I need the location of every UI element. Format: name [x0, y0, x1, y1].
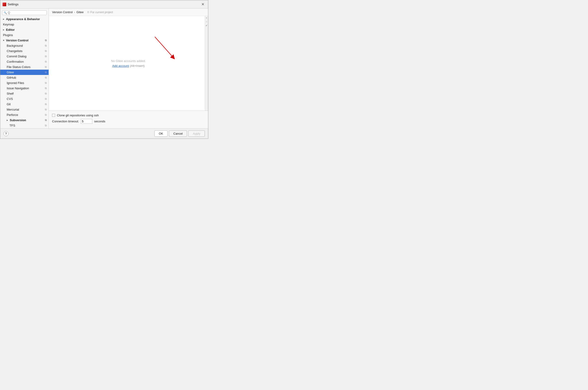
sidebar-item-keymap[interactable]: Keymap: [0, 22, 49, 27]
add-account-link[interactable]: Add account: [112, 64, 129, 68]
copy-icon: ⧉: [45, 55, 47, 58]
copy-icon: ⧉: [45, 98, 47, 100]
bottom-bar-left: ?: [3, 131, 8, 136]
sidebar-item-label: Commit Dialog: [7, 54, 26, 58]
sidebar-item-label: TFS: [9, 124, 15, 127]
empty-message: No Gitee accounts added.: [111, 59, 146, 63]
clone-label: Clone git repositories using ssh: [57, 114, 99, 117]
sidebar-item-label: Keymap: [3, 23, 14, 26]
sidebar-item-commitdialog[interactable]: Commit Dialog ⧉: [0, 54, 49, 59]
copy-icon: ⧉: [45, 71, 47, 74]
sidebar-item-git[interactable]: Git ⧉: [0, 101, 49, 107]
sidebar-item-shelf[interactable]: Shelf ⧉: [0, 91, 49, 96]
scrollbar-check-button[interactable]: ✓: [205, 24, 208, 27]
title-bar-left: Settings: [2, 2, 18, 6]
sidebar-item-versioncontrol[interactable]: ▾ Version Control ⧉: [0, 38, 49, 43]
accounts-empty-state: No Gitee accounts added. Add account (Al…: [49, 16, 208, 111]
sidebar-item-ignoredfiles[interactable]: Ignored Files ⧉: [0, 80, 49, 86]
timeout-input[interactable]: [81, 119, 92, 124]
sidebar-item-label: Ignored Files: [7, 81, 24, 85]
sidebar-item-mercurial[interactable]: Mercurial ⧉: [0, 107, 49, 112]
bottom-bar: ? OK Cancel Apply: [0, 128, 208, 139]
copy-icon: ⧉: [45, 87, 47, 90]
sidebar-item-label: Issue Navigation: [7, 87, 29, 90]
scrollbar-remove-button[interactable]: −: [205, 20, 208, 23]
sidebar-item-label: Version Control: [6, 39, 28, 42]
dialog-title: Settings: [8, 2, 18, 6]
breadcrumb-current: Gitee: [76, 10, 84, 14]
app-icon: [2, 2, 6, 6]
sidebar-item-label: Appearance & Behavior: [6, 17, 40, 21]
search-input[interactable]: [8, 11, 45, 14]
project-icon: ⊡: [87, 11, 89, 14]
sidebar-item-filestatuscolors[interactable]: File Status Colors ⧉: [0, 64, 49, 70]
copy-icon: ⧉: [45, 119, 47, 122]
sidebar-item-label: Mercurial: [7, 108, 19, 111]
breadcrumb-parent: Version Control: [52, 10, 73, 14]
main-content: Version Control › Gitee ⊡ For current pr…: [49, 8, 208, 128]
sidebar-item-github[interactable]: GitHub ⧉: [0, 75, 49, 80]
search-box[interactable]: 🔍: [2, 10, 47, 15]
sidebar-item-label: GitHub: [7, 76, 16, 79]
sidebar-item-label: Gitee: [7, 71, 14, 74]
sidebar-item-label: Plugins: [3, 33, 13, 37]
add-account-shortcut: (Alt+Insert): [130, 64, 145, 68]
chevron-down-icon: ▾: [3, 39, 4, 42]
breadcrumb-project: ⊡ For current project: [87, 11, 113, 14]
check-icon: ✓: [206, 24, 208, 27]
sidebar-item-appearance[interactable]: ▸ Appearance & Behavior: [0, 16, 49, 22]
sidebar-item-background[interactable]: Background ⧉: [0, 43, 49, 48]
cancel-button[interactable]: Cancel: [169, 131, 187, 137]
chevron-right-icon: ▸: [3, 28, 4, 31]
copy-icon: ⧉: [45, 76, 47, 79]
sidebar-item-label: CVS: [7, 97, 13, 101]
timeout-unit: seconds: [94, 120, 105, 123]
sidebar-item-issuenavigation[interactable]: Issue Navigation ⧉: [0, 86, 49, 91]
help-button[interactable]: ?: [3, 131, 8, 136]
copy-icon: ⧉: [45, 39, 47, 42]
search-icon: 🔍: [4, 11, 7, 14]
breadcrumb: Version Control › Gitee ⊡ For current pr…: [49, 8, 208, 16]
sidebar-item-label: Subversion: [10, 118, 26, 122]
scrollbar: + − ✓: [205, 16, 208, 111]
sidebar-item-label: Editor: [6, 28, 15, 31]
sidebar-item-perforce[interactable]: Perforce ⧉: [0, 112, 49, 117]
clone-option-row: Clone git repositories using ssh: [52, 114, 205, 117]
remove-icon: −: [206, 21, 207, 23]
sidebar-item-subversion[interactable]: ▸ Subversion ⧉: [0, 117, 49, 123]
timeout-option-row: Connection timeout: seconds: [52, 119, 205, 124]
sidebar-item-cvs[interactable]: CVS ⧉: [0, 96, 49, 101]
copy-icon: ⧉: [45, 103, 47, 106]
breadcrumb-separator: ›: [74, 10, 75, 14]
breadcrumb-project-label: For current project: [90, 11, 113, 14]
close-button[interactable]: ✕: [200, 2, 206, 7]
copy-icon: ⧉: [45, 44, 47, 47]
sidebar-item-editor[interactable]: ▸ Editor: [0, 27, 49, 32]
chevron-right-icon: ▸: [7, 119, 8, 121]
copy-icon: ⧉: [45, 65, 47, 68]
sidebar-item-confirmation[interactable]: Confirmation ⧉: [0, 59, 49, 64]
copy-icon: ⧉: [45, 113, 47, 116]
sidebar-item-label: Git: [7, 102, 11, 106]
sidebar-item-tfs[interactable]: TFS ⧉: [0, 123, 49, 128]
sidebar-item-label: Confirmation: [7, 60, 24, 63]
bottom-bar-right: OK Cancel Apply: [154, 131, 205, 137]
sidebar-item-label: Perforce: [7, 113, 18, 117]
accounts-panel: No Gitee accounts added. Add account (Al…: [49, 16, 208, 111]
options-panel: Clone git repositories using ssh Connect…: [49, 111, 208, 128]
sidebar-item-label: File Status Colors: [7, 65, 31, 69]
title-bar: Settings ✕: [0, 0, 208, 8]
content-area: No Gitee accounts added. Add account (Al…: [49, 16, 208, 128]
add-account-row: Add account (Alt+Insert): [112, 64, 145, 68]
clone-checkbox[interactable]: [52, 114, 55, 117]
copy-icon: ⧉: [45, 92, 47, 95]
copy-icon: ⧉: [45, 124, 47, 127]
ok-button[interactable]: OK: [154, 131, 167, 137]
sidebar-item-gitee[interactable]: Gitee ⧉: [0, 70, 49, 75]
sidebar-item-plugins[interactable]: Plugins: [0, 32, 49, 38]
copy-icon: ⧉: [45, 81, 47, 84]
apply-button[interactable]: Apply: [188, 131, 205, 137]
sidebar-item-changelists[interactable]: Changelists ⧉: [0, 48, 49, 54]
scrollbar-add-button[interactable]: +: [205, 16, 208, 20]
timeout-label: Connection timeout:: [52, 120, 79, 123]
